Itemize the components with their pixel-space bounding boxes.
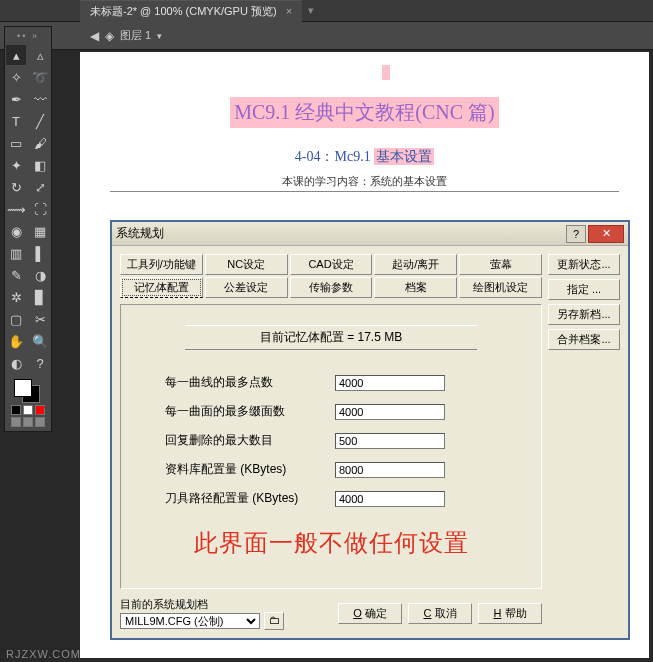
document-tab[interactable]: 未标题-2* @ 100% (CMYK/GPU 预览) × — [80, 0, 302, 22]
document-tab-title: 未标题-2* @ 100% (CMYK/GPU 预览) — [90, 5, 277, 17]
magic-wand-tool[interactable]: ✧ — [6, 67, 26, 87]
field-label: 回复删除的最大数目 — [165, 432, 335, 449]
config-select[interactable]: MILL9M.CFG (公制) — [120, 613, 260, 629]
field-toolpath-alloc: 刀具路径配置量 (KBytes) — [165, 490, 527, 507]
selection-tool[interactable]: ▴ — [6, 45, 26, 65]
dialog-side: 更新状态... 指定 ... 另存新档... 合并档案... — [548, 254, 620, 630]
field-input[interactable] — [335, 375, 445, 391]
tab-transfer[interactable]: 传输参数 — [290, 277, 373, 298]
none-swatch[interactable] — [35, 405, 45, 415]
field-input[interactable] — [335, 404, 445, 420]
doc-title: MC9.1 经典中文教程(CNC 篇) — [230, 97, 499, 128]
blend-tool[interactable]: ◑ — [30, 265, 50, 285]
eraser-tool[interactable]: ◧ — [30, 155, 50, 175]
open-folder-icon[interactable]: 🗀 — [264, 612, 284, 630]
rotate-tool[interactable]: ↻ — [6, 177, 26, 197]
eyedropper-tool[interactable]: ✎ — [6, 265, 26, 285]
toolbox-grip[interactable]: •• » — [5, 31, 51, 43]
selection-marker — [382, 65, 390, 80]
ok-button[interactable]: O 确定 — [338, 603, 402, 624]
canvas: MC9.1 经典中文教程(CNC 篇) 4-04：Mc9.1 基本设置 本课的学… — [80, 52, 649, 658]
tab-plotter[interactable]: 绘图机设定 — [459, 277, 542, 298]
watermark: RJZXW.COM — [6, 648, 81, 660]
slice-tool[interactable]: ✂ — [30, 309, 50, 329]
help-tool[interactable]: ? — [30, 353, 50, 373]
rectangle-tool[interactable]: ▭ — [6, 133, 26, 153]
dialog-title-text: 系统规划 — [116, 225, 566, 242]
field-surface-patches: 每一曲面的最多缀面数 — [165, 403, 527, 420]
field-label: 每一曲线的最多点数 — [165, 374, 335, 391]
help-button[interactable]: H 帮助 — [478, 603, 542, 624]
field-curve-points: 每一曲线的最多点数 — [165, 374, 527, 391]
tab-start[interactable]: 起动/离开 — [374, 254, 457, 275]
tab-toolbar[interactable]: 工具列/功能键 — [120, 254, 203, 275]
red-note: 此界面一般不做任何设置 — [135, 527, 527, 559]
width-tool[interactable]: ⟿ — [6, 199, 26, 219]
field-label: 刀具路径配置量 (KBytes) — [165, 490, 335, 507]
draw-behind[interactable] — [23, 417, 33, 427]
direct-selection-tool[interactable]: ▵ — [30, 45, 50, 65]
mesh-tool[interactable]: ▥ — [6, 243, 26, 263]
tab-cad[interactable]: CAD设定 — [290, 254, 373, 275]
shaper-tool[interactable]: ✦ — [6, 155, 26, 175]
tab-dropdown-icon[interactable]: ▾ — [308, 4, 314, 17]
draw-inside[interactable] — [35, 417, 45, 427]
tab-nc[interactable]: NC设定 — [205, 254, 288, 275]
tab-file[interactable]: 档案 — [374, 277, 457, 298]
save-as-button[interactable]: 另存新档... — [548, 304, 620, 325]
scale-tool[interactable]: ⤢ — [30, 177, 50, 197]
tab-tolerance[interactable]: 公差设定 — [205, 277, 288, 298]
color-swatch[interactable] — [11, 405, 21, 415]
assign-button[interactable]: 指定 ... — [548, 279, 620, 300]
chevron-down-icon[interactable]: ▾ — [157, 31, 162, 41]
doc-subtitle-highlight: 基本设置 — [374, 148, 434, 165]
curvature-tool[interactable]: 〰 — [30, 89, 50, 109]
tab-screen[interactable]: 萤幕 — [459, 254, 542, 275]
color-mode-row — [11, 405, 45, 415]
gradient-swatch[interactable] — [23, 405, 33, 415]
chevron-left-icon[interactable]: ◀ — [90, 29, 99, 43]
symbol-sprayer-tool[interactable]: ✲ — [6, 287, 26, 307]
gradient-tool[interactable]: ▌ — [30, 243, 50, 263]
field-label: 每一曲面的最多缀面数 — [165, 403, 335, 420]
config-label: 目前的系统规划档 — [120, 597, 284, 612]
update-status-button[interactable]: 更新状态... — [548, 254, 620, 275]
fill-stroke-swatch[interactable] — [14, 379, 42, 403]
doc-subtitle-prefix: 4-04：Mc9.1 — [295, 149, 371, 164]
shape-builder-tool[interactable]: ◉ — [6, 221, 26, 241]
hand-tool[interactable]: ✋ — [6, 331, 26, 351]
close-icon[interactable]: × — [286, 5, 292, 17]
help-icon[interactable]: ? — [566, 225, 586, 243]
type-tool[interactable]: T — [6, 111, 26, 131]
line-tool[interactable]: ╱ — [30, 111, 50, 131]
toolbox: •• » ▴ ▵ ✧ ➰ ✒ 〰 T ╱ ▭ 🖌 ✦ ◧ ↻ ⤢ ⟿ ⛶ ◉ ▦… — [4, 26, 52, 432]
layers-label[interactable]: 图层 1 — [120, 28, 151, 43]
close-dialog-icon[interactable]: ✕ — [588, 225, 624, 243]
layers-bar: ◀ ◈ 图层 1 ▾ — [0, 22, 653, 50]
free-transform-tool[interactable]: ⛶ — [30, 199, 50, 219]
lasso-tool[interactable]: ➰ — [30, 67, 50, 87]
perspective-tool[interactable]: ▦ — [30, 221, 50, 241]
cancel-button[interactable]: C 取消 — [408, 603, 472, 624]
draw-normal[interactable] — [11, 417, 21, 427]
tab-row-2: 记忆体配置 公差设定 传输参数 档案 绘图机设定 — [120, 277, 542, 298]
merge-file-button[interactable]: 合并档案... — [548, 329, 620, 350]
doc-subtitle: 4-04：Mc9.1 基本设置 — [80, 148, 649, 166]
zoom-tool[interactable]: 🔍 — [30, 331, 50, 351]
field-input[interactable] — [335, 433, 445, 449]
document-tab-bar: 未标题-2* @ 100% (CMYK/GPU 预览) × ▾ — [0, 0, 653, 22]
pen-tool[interactable]: ✒ — [6, 89, 26, 109]
layers-icon: ◈ — [105, 29, 114, 43]
dialog-titlebar[interactable]: 系统规划 ? ✕ — [112, 222, 628, 246]
toggle-tool[interactable]: ◐ — [6, 353, 26, 373]
field-undo-max: 回复删除的最大数目 — [165, 432, 527, 449]
graph-tool[interactable]: ▊ — [30, 287, 50, 307]
paintbrush-tool[interactable]: 🖌 — [30, 133, 50, 153]
artboard-tool[interactable]: ▢ — [6, 309, 26, 329]
memory-status: 目前记忆体配置 = 17.5 MB — [185, 325, 477, 350]
field-input[interactable] — [335, 462, 445, 478]
field-input[interactable] — [335, 491, 445, 507]
doc-lesson-desc: 本课的学习内容：系统的基本设置 — [110, 174, 619, 192]
draw-mode-row — [11, 417, 45, 427]
tab-memory[interactable]: 记忆体配置 — [120, 277, 203, 298]
